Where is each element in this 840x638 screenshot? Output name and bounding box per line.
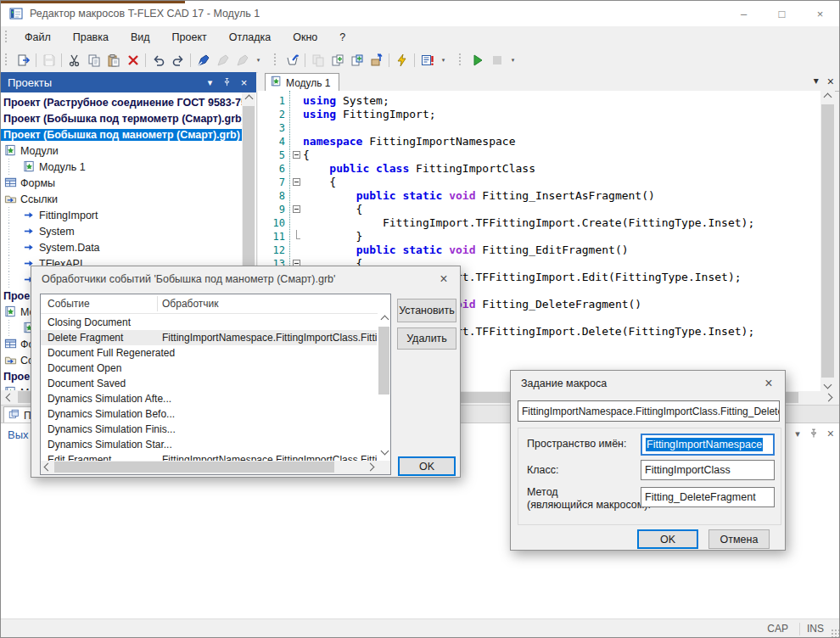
fold-collapse-icon[interactable]: [293, 205, 300, 213]
column-event[interactable]: Событие: [48, 298, 90, 310]
macro-full-name-input[interactable]: FittingImportNamespace.FittingImportClas…: [518, 400, 780, 422]
namespace-input[interactable]: FittingImportNamespace: [641, 434, 775, 456]
editor-tab-menu-icon[interactable]: ▾: [814, 75, 819, 88]
tree-item-project[interactable]: Проект (Бобышка под термометр (Смарт).gr…: [1, 110, 255, 126]
tree-item-project[interactable]: Проект (Раструбное соединение ГОСТ 9583-…: [1, 94, 255, 110]
event-row[interactable]: Document Open: [41, 361, 377, 376]
events-hscrollbar[interactable]: [41, 461, 390, 474]
events-list[interactable]: Событие Обработчик Closing DocumentDelet…: [40, 294, 391, 475]
install-button[interactable]: Установить: [397, 299, 456, 322]
scroll-right-icon[interactable]: [821, 391, 835, 404]
menu-item-отладка[interactable]: Отладка: [218, 28, 282, 47]
add-form-button[interactable]: [347, 51, 367, 70]
panel-close-icon[interactable]: ×: [237, 76, 251, 89]
menu-item-правка[interactable]: Правка: [62, 28, 120, 47]
toolbar-grip[interactable]: [273, 53, 277, 67]
redo-button[interactable]: [168, 51, 188, 70]
menu-item-help[interactable]: ?: [328, 28, 356, 47]
pin-icon[interactable]: [809, 428, 819, 439]
event-row[interactable]: Delete FragmentFittingImportNamespace.Fi…: [41, 330, 377, 345]
scroll-left-icon[interactable]: [3, 391, 16, 404]
scroll-down-icon[interactable]: [378, 445, 391, 457]
copy-gray-button[interactable]: [308, 51, 328, 70]
macro-dart2-icon: [216, 53, 230, 67]
class-input[interactable]: FittingImportClass: [641, 460, 775, 480]
macro-dart-button[interactable]: [193, 51, 213, 70]
pin-icon[interactable]: [220, 76, 234, 89]
panel-menu-icon[interactable]: ▾: [203, 76, 217, 89]
editor-vscrollbar[interactable]: [820, 91, 835, 391]
close-button[interactable]: ×: [801, 1, 839, 26]
minimize-button[interactable]: –: [725, 1, 763, 26]
tree-item-project[interactable]: Проект (Бобышка под манометр (Смарт).grb…: [1, 126, 255, 143]
editor-tab-close-icon[interactable]: ×: [827, 75, 834, 88]
tree-item-module[interactable]: Модуль 1: [1, 159, 255, 175]
paste-button[interactable]: [104, 51, 123, 70]
panel-menu-icon[interactable]: ▾: [795, 428, 800, 439]
tab-module-1[interactable]: Модуль 1: [265, 73, 339, 92]
fold-collapse-icon[interactable]: [293, 178, 300, 186]
menu-item-вид[interactable]: Вид: [120, 28, 161, 47]
event-row[interactable]: Dynamics Simulation Finis...: [41, 422, 377, 437]
tree-item-modules[interactable]: Модули: [1, 143, 255, 159]
panel-close-icon[interactable]: ×: [827, 427, 834, 440]
delete-button[interactable]: [123, 51, 143, 70]
maximize-button[interactable]: □: [763, 1, 801, 26]
ok-button[interactable]: OK: [398, 456, 456, 476]
event-row[interactable]: Dynamics Simulation Star...: [41, 437, 377, 452]
macro-dart3-button[interactable]: [232, 51, 252, 70]
toolbar-overflow-icon[interactable]: ▾: [508, 51, 518, 70]
event-row[interactable]: Closing Document: [41, 315, 377, 330]
scroll-down-icon[interactable]: [820, 378, 834, 391]
cut-button[interactable]: [64, 51, 84, 70]
menu-item-проект[interactable]: Проект: [161, 28, 218, 47]
event-row[interactable]: Dynamics Simulation Afte...: [41, 391, 377, 406]
menu-item-файл[interactable]: Файл: [14, 28, 62, 47]
macro-check-button[interactable]: [283, 51, 302, 70]
copy-button[interactable]: [84, 51, 104, 70]
method-input[interactable]: Fitting_DeleteFragment: [641, 487, 775, 507]
toolbar-group-1: ▾: [1, 51, 263, 70]
toolbar-overflow-icon[interactable]: ▾: [254, 51, 263, 70]
events-vscrollbar[interactable]: [378, 313, 390, 457]
tree-item-forms[interactable]: Формы: [1, 175, 255, 191]
ok-button[interactable]: OK: [637, 529, 698, 549]
toolbar-grip[interactable]: [4, 53, 8, 67]
event-row[interactable]: Document Saved: [41, 376, 377, 391]
scroll-up-icon[interactable]: [378, 313, 391, 326]
dialog-close-icon[interactable]: ×: [434, 270, 453, 288]
list-alert-button[interactable]: [417, 51, 437, 70]
code-line-2: using FittingImport;: [303, 108, 436, 121]
dialog-close-icon[interactable]: ×: [759, 374, 778, 393]
toolbar-overflow-icon[interactable]: ▾: [439, 51, 448, 70]
scroll-up-icon[interactable]: [820, 91, 834, 104]
tree-item-ref[interactable]: System: [1, 223, 255, 239]
tree-item-ref[interactable]: System.Data: [1, 239, 255, 255]
event-row[interactable]: Document Full Regenerated: [41, 345, 377, 361]
exclude-button[interactable]: [367, 51, 386, 70]
fold-collapse-icon[interactable]: [293, 151, 300, 159]
stop-button[interactable]: [487, 51, 507, 70]
save-button[interactable]: [39, 51, 59, 70]
status-bar: CAP INS: [1, 618, 840, 638]
toolbar-grip[interactable]: [458, 53, 462, 67]
lightning-button[interactable]: [392, 51, 412, 70]
export-button[interactable]: [14, 51, 33, 70]
tree-guide: [1, 271, 20, 288]
column-handler[interactable]: Обработчик: [162, 298, 219, 310]
tree-item-ref[interactable]: FittingImport: [1, 207, 255, 223]
cancel-button[interactable]: Отмена: [708, 529, 770, 549]
menu-grip[interactable]: [4, 31, 8, 44]
scroll-right-icon[interactable]: [363, 461, 377, 473]
remove-button[interactable]: Удалить: [397, 327, 456, 350]
add-module-button[interactable]: [328, 51, 347, 70]
resize-grip[interactable]: [831, 629, 839, 637]
tree-item-refs[interactable]: Ссылки: [1, 191, 255, 207]
run-button[interactable]: [468, 51, 487, 70]
event-row[interactable]: Dynamics Simulation Befo...: [41, 406, 377, 422]
macro-dart2-button[interactable]: [213, 51, 232, 70]
scroll-up-icon[interactable]: [242, 92, 255, 105]
scroll-left-icon[interactable]: [41, 461, 54, 473]
undo-button[interactable]: [148, 51, 168, 70]
menu-item-окно[interactable]: Окно: [282, 28, 328, 47]
